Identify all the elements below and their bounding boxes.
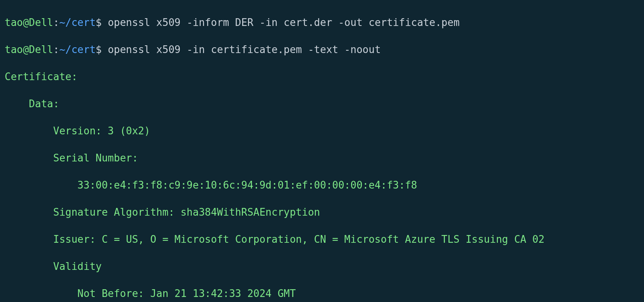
output-line: Serial Number:	[5, 151, 639, 165]
output-line: 33:00:e4:f3:f8:c9:9e:10:6c:94:9d:01:ef:0…	[5, 178, 639, 192]
prompt-tilde: ~	[59, 44, 65, 55]
command-1: openssl x509 -inform DER -in cert.der -o…	[108, 17, 460, 28]
terminal-window[interactable]: tao@Dell:~/cert$ openssl x509 -inform DE…	[0, 0, 644, 302]
prompt-path: cert	[71, 44, 96, 55]
prompt-tilde: ~	[59, 17, 65, 28]
output-line: Validity	[5, 260, 639, 273]
command-line-1: tao@Dell:~/cert$ openssl x509 -inform DE…	[5, 16, 639, 29]
prompt-slash: /	[65, 44, 72, 55]
output-line: Version: 3 (0x2)	[5, 124, 639, 138]
prompt-path: cert	[71, 17, 96, 28]
output-line: Signature Algorithm: sha384WithRSAEncryp…	[5, 206, 639, 219]
output-line: Not Before: Jan 21 13:42:33 2024 GMT	[5, 287, 639, 300]
command-2: openssl x509 -in certificate.pem -text -…	[108, 44, 381, 55]
prompt-slash: /	[65, 17, 72, 28]
prompt-dollar: $	[96, 17, 108, 28]
prompt-colon: :	[53, 17, 59, 28]
prompt-dollar: $	[96, 44, 108, 55]
output-line: Issuer: C = US, O = Microsoft Corporatio…	[5, 233, 639, 246]
prompt-userhost: tao@Dell	[5, 44, 53, 55]
output-line: Data:	[5, 97, 639, 111]
command-line-2: tao@Dell:~/cert$ openssl x509 -in certif…	[5, 43, 639, 57]
prompt-userhost: tao@Dell	[5, 17, 53, 28]
prompt-colon: :	[53, 44, 59, 55]
output-line: Certificate:	[5, 70, 639, 84]
